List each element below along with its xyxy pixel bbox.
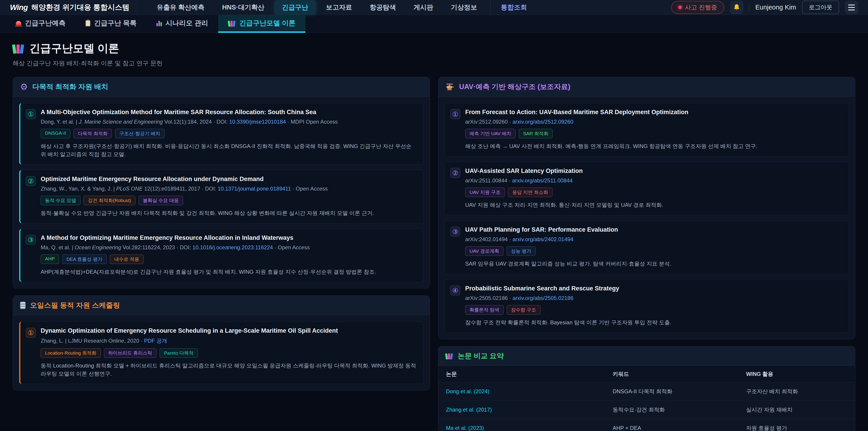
- paper-item: ① A Multi-Objective Optimization Method …: [19, 103, 423, 164]
- paper-description: 잠수함 구조 전략 확률론적 최적화. Bayesian 탐색 이론 기반 구조…: [465, 318, 842, 327]
- nav-aerial-search[interactable]: 항공탐색: [362, 0, 404, 15]
- topbar-right: 사고 진행중 Eunjeong Kim 로그아웃: [671, 1, 858, 14]
- card-header: ⚙ 다목적 최적화 자원 배치: [13, 77, 430, 97]
- paper-description: 동적·불확실 수요 반영 긴급구난 자원 배치 다목적 최적화 및 강건 최적화…: [41, 209, 416, 217]
- tab-rescue-list[interactable]: 긴급구난 목록: [75, 15, 147, 33]
- paper-meta: Zhang, L. | LJMU Research Online, 2020 ·…: [41, 337, 416, 344]
- doi-link[interactable]: 10.3390/jmse12010184: [229, 119, 286, 125]
- paper-meta: arXiv:2511.00844 · arxiv.org/abs/2511.00…: [465, 177, 842, 184]
- doi-link[interactable]: 10.1371/journal.pone.0189411: [218, 186, 291, 192]
- tag: DEA 효율성 평가: [62, 254, 107, 264]
- bar-chart-icon: [156, 20, 162, 26]
- table-header-row: 논문 키워드 WING 활용: [438, 366, 855, 382]
- menu-button[interactable]: [845, 1, 858, 14]
- card-title: UAV·예측 기반 해상구조 (보조자료): [459, 82, 570, 92]
- nav-oil-spill[interactable]: 유출유 확산예측: [149, 0, 212, 15]
- logout-button[interactable]: 로그아웃: [802, 1, 839, 14]
- books-icon: [13, 43, 24, 54]
- doi-link[interactable]: 10.1016/j.oceaneng.2023.116224: [193, 244, 273, 250]
- arxiv-link[interactable]: arxiv.org/abs/2505.02186: [513, 295, 573, 301]
- card-header: 오일스필 동적 자원 스케줄링: [13, 296, 430, 315]
- column-header: 논문: [438, 366, 605, 382]
- paper-title: Optimized Maritime Emergency Resource Al…: [41, 176, 416, 183]
- paper-item: ② Optimized Maritime Emergency Resource …: [19, 170, 423, 223]
- arxiv-link[interactable]: arxiv.org/abs/2512.09260: [513, 119, 573, 125]
- page-title: 긴급구난모델 이론: [13, 41, 855, 56]
- card-header: 논문 비교 요약: [438, 346, 855, 366]
- nav-weather[interactable]: 기상정보: [443, 0, 485, 15]
- tab-label: 긴급구난모델 이론: [239, 19, 296, 28]
- tag: AHP: [41, 254, 59, 264]
- notifications-button[interactable]: [730, 1, 743, 14]
- paper-meta: arXiv:2505.02186 · arxiv.org/abs/2505.02…: [465, 295, 842, 301]
- page-title-text: 긴급구난모델 이론: [29, 41, 119, 56]
- tag: 확률론적 탐색: [465, 305, 504, 315]
- card-header: UAV·예측 기반 해상구조 (보조자료): [438, 77, 855, 97]
- books-icon: [228, 20, 236, 27]
- paper-meta: arXiv:2512.09260 · arxiv.org/abs/2512.09…: [465, 119, 842, 125]
- main-nav: 유출유 확산예측 HNS·대기확산 긴급구난 보고자료 항공탐색 게시판 기상정…: [149, 0, 535, 15]
- paper-title: UAV-Assisted SAR Latency Optimization: [465, 167, 842, 175]
- paper-tags: UAV 지원 구조 응답 지연 최소화: [465, 188, 842, 197]
- nav-integrated-search[interactable]: 통합조회: [490, 0, 535, 15]
- siren-icon: [16, 21, 21, 26]
- right-column: UAV·예측 기반 해상구조 (보조자료) ① From Forecast to…: [438, 77, 855, 431]
- paper-meta: Zhang, W., Yan, X. & Yang, J. | PLoS ONE…: [41, 186, 416, 192]
- paper-tags: Location-Routing 최적화 하이브리드 휴리스틱 Pareto 다…: [41, 348, 416, 358]
- pdf-link[interactable]: PDF 공개: [144, 338, 167, 344]
- paper-item: ② UAV-Assisted SAR Latency Optimization …: [445, 162, 849, 215]
- nav-hns[interactable]: HNS·대기확산: [215, 0, 272, 15]
- paper-item: ③ A Method for Optimizing Maritime Emerg…: [19, 229, 423, 282]
- card-paper-comparison: 논문 비교 요약 논문 키워드 WING 활용 Dong et al. (202…: [438, 346, 855, 431]
- tag: DNSGA-II: [41, 129, 70, 138]
- paper-title: A Multi-Objective Optimization Method fo…: [41, 109, 416, 116]
- tab-rescue-prediction[interactable]: 긴급구난예측: [6, 15, 75, 33]
- paper-number: ①: [26, 109, 36, 119]
- keyword-cell: 동적수요·강건 최적화: [605, 401, 739, 419]
- divider: [136, 3, 136, 12]
- paper-title: UAV Path Planning for SAR: Performance E…: [465, 226, 842, 233]
- card-uav-rescue: UAV·예측 기반 해상구조 (보조자료) ① From Forecast to…: [438, 77, 855, 339]
- tag: 내수로 적용: [110, 254, 144, 264]
- table-row: Ma et al. (2023) AHP + DEA 자원 효율성 평가: [438, 419, 855, 431]
- paper-tags: DNSGA-II 다목적 최적화 구조선·항공기 배치: [41, 129, 416, 138]
- hamburger-icon: [848, 4, 855, 10]
- paper-link[interactable]: Zhang et al. (2017): [438, 401, 605, 419]
- nav-reports[interactable]: 보고자료: [318, 0, 360, 15]
- paper-number: ④: [450, 285, 460, 296]
- nav-board[interactable]: 게시판: [406, 0, 441, 15]
- column-header: 키워드: [605, 366, 739, 382]
- tab-rescue-model-theory[interactable]: 긴급구난모델 이론: [218, 15, 305, 33]
- nav-emergency-rescue[interactable]: 긴급구난: [274, 0, 316, 15]
- card-title: 다목적 최적화 자원 배치: [32, 82, 108, 92]
- arxiv-link[interactable]: arxiv.org/abs/2511.00844: [512, 177, 572, 184]
- sub-tab-bar: 긴급구난예측 긴급구난 목록 시나리오 관리 긴급구난모델 이론: [0, 15, 868, 33]
- paper-link[interactable]: Ma et al. (2023): [438, 419, 605, 431]
- incident-status-label: 사고 진행중: [685, 3, 717, 11]
- tag: Pareto 다목적: [160, 348, 198, 358]
- table-row: Dong et al. (2024) DNSGA-II 다목적 최적화 구조자산…: [438, 382, 855, 401]
- clipboard-icon: [86, 20, 90, 26]
- tab-scenario-management[interactable]: 시나리오 관리: [147, 15, 218, 33]
- paper-title: Probabilistic Submarine Search and Rescu…: [465, 285, 842, 292]
- card-title: 오일스필 동적 자원 스케줄링: [30, 301, 120, 310]
- paper-number: ③: [26, 235, 36, 245]
- paper-tags: 예측 기반 UAV 배치 SAR 최적화: [465, 129, 842, 138]
- paper-item: ① From Forecast to Action: UAV-Based Mar…: [445, 103, 849, 156]
- paper-title: A Method for Optimizing Maritime Emergen…: [41, 235, 416, 241]
- arxiv-link[interactable]: arxiv.org/abs/2402.01494: [513, 236, 573, 242]
- paper-meta: Ma, Q. et al. | Ocean Engineering Vol.28…: [41, 244, 416, 251]
- tab-label: 시나리오 관리: [165, 19, 208, 28]
- tag: 강건 최적화(Robust): [84, 196, 135, 205]
- paper-link[interactable]: Dong et al. (2024): [438, 382, 605, 401]
- usage-cell: 자원 효율성 평가: [739, 419, 855, 431]
- tag: 구조선·항공기 배치: [115, 129, 164, 138]
- column-header: WING 활용: [739, 366, 855, 382]
- tag: 응답 지연 최소화: [508, 188, 553, 197]
- tag: 성능 평가: [506, 246, 535, 256]
- tab-label: 긴급구난 목록: [94, 19, 136, 28]
- paper-tags: UAV 경로계획 성능 평가: [465, 246, 842, 256]
- paper-description: 동적 Location-Routing 최적화 모델 + 하이브리드 휴리스틱 …: [41, 362, 416, 378]
- app-logo: Wing 해양환경 위기대응 통합시스템: [10, 2, 129, 12]
- bell-icon: [733, 4, 741, 11]
